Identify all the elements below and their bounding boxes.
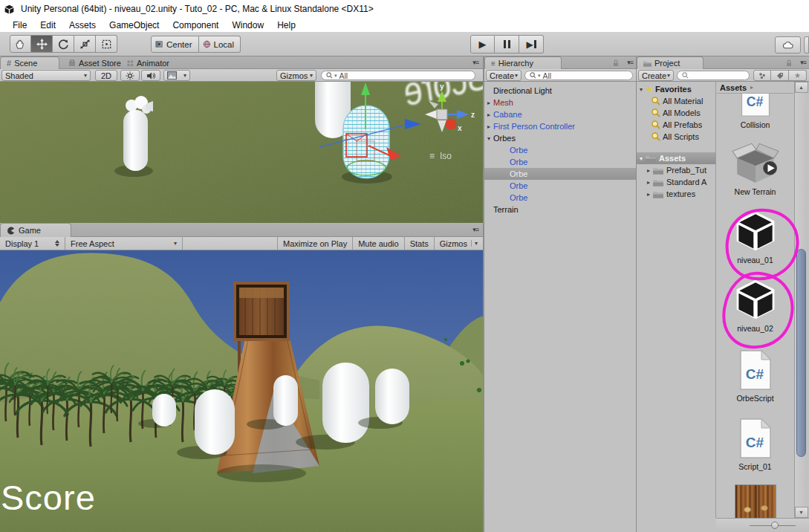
favorites-filter-button[interactable]: ★ — [789, 70, 807, 81]
tab-asset-store[interactable]: Asset Store — [62, 56, 127, 69]
cloud-icon — [782, 41, 793, 49]
scene-gizmos-dropdown[interactable]: Gizmos▾ — [276, 70, 316, 81]
display-dropdown[interactable]: Display 1 — [0, 237, 65, 250]
tab-scene[interactable]: # Scene — [0, 56, 59, 69]
hierarchy-item-orbes[interactable]: ▾Orbes — [484, 132, 636, 144]
favorites-all-materials[interactable]: All Material — [637, 95, 715, 107]
scene-search-input[interactable]: ▾ All — [321, 71, 475, 80]
scroll-up-button[interactable]: ▲ — [795, 82, 808, 93]
asset-script-01[interactable]: Script_01 — [717, 418, 793, 471]
hierarchy-panel-menu-icon[interactable]: ▾≡ — [627, 59, 633, 66]
project-create-button[interactable]: Create▾ — [638, 70, 674, 81]
play-button[interactable]: ▶ — [470, 35, 495, 53]
main-toolbar: Center Local ▶ ▶ — [0, 32, 809, 56]
cloud-services-button[interactable] — [775, 36, 801, 53]
favorites-all-models[interactable]: All Models — [637, 107, 715, 119]
scene-toolbar: Shaded▾ 2D ▾ Gizmos▾ ▾ All — [0, 69, 483, 82]
hierarchy-create-button[interactable]: Create▾ — [486, 70, 522, 81]
pivot-center-button[interactable]: Center — [151, 36, 199, 53]
folder-standard-assets[interactable]: ▸Standard A — [637, 176, 715, 188]
folder-prefab-tut[interactable]: ▸Prefab_Tut — [637, 164, 715, 176]
hierarchy-item-terrain[interactable]: Terrain — [484, 204, 636, 215]
thumbnail-size-slider-knob[interactable] — [771, 522, 779, 529]
menu-gameobject[interactable]: GameObject — [103, 20, 166, 30]
project-scrollbar[interactable]: ▲ ▼ — [794, 82, 808, 518]
hierarchy-search-input[interactable]: ▾ All — [524, 71, 633, 80]
hierarchy-item-cabane[interactable]: ▸Cabane — [484, 108, 636, 120]
pivot-local-button[interactable]: Local — [199, 36, 241, 53]
hierarchy-item-orbe-3-selected[interactable]: Orbe — [484, 168, 636, 180]
scene-panel-menu-icon[interactable]: ▾≡ — [472, 59, 478, 66]
hierarchy-item-mesh[interactable]: ▸Mesh — [484, 97, 636, 108]
rotate-tool-button[interactable] — [53, 35, 74, 53]
animator-tab-label: Animator — [137, 59, 169, 68]
tag-icon — [776, 72, 784, 80]
collapse-arrow[interactable]: ▾ — [484, 135, 493, 142]
search-by-type-button[interactable] — [753, 70, 771, 81]
scale-tool-button[interactable] — [74, 35, 96, 53]
menu-component[interactable]: Component — [166, 20, 225, 30]
asset-niveau-02[interactable]: niveau_02 — [717, 278, 793, 333]
expand-arrow[interactable]: ▸ — [484, 123, 493, 130]
menu-window[interactable]: Window — [225, 20, 270, 30]
menu-edit[interactable]: Edit — [33, 20, 62, 30]
asset-niveau-01[interactable]: niveau_01 — [717, 210, 793, 265]
scene-lighting-toggle[interactable] — [120, 70, 140, 81]
menu-help[interactable]: Help — [270, 20, 302, 30]
lock-icon[interactable] — [785, 59, 793, 67]
scene-projection-label[interactable]: ≡ Iso — [429, 151, 452, 161]
tab-hierarchy[interactable]: ≡ Hierarchy — [484, 56, 562, 69]
assets-root-selected[interactable]: ▾ Assets — [637, 152, 715, 164]
game-gizmos-dropdown[interactable]: Gizmos▾ — [435, 237, 483, 250]
expand-arrow[interactable]: ▸ — [484, 111, 493, 118]
favorites-all-scripts[interactable]: All Scripts — [637, 131, 715, 143]
hierarchy-item-orbe-4[interactable]: Orbe — [484, 180, 636, 192]
project-panel-menu-icon[interactable]: ▾≡ — [800, 59, 806, 66]
scene-viewport[interactable]: Score — [0, 82, 483, 223]
rect-tool-button[interactable] — [96, 35, 117, 53]
game-panel-menu-icon[interactable]: ▾≡ — [472, 226, 478, 233]
hierarchy-item-directional-light[interactable]: Directional Light — [484, 85, 636, 97]
project-scrollbar-thumb[interactable] — [796, 249, 806, 457]
asset-orbescript[interactable]: OrbeScript — [717, 349, 793, 403]
tab-animator[interactable]: Animator — [120, 56, 175, 69]
breadcrumb-assets[interactable]: Assets — [720, 83, 747, 92]
shading-mode-dropdown[interactable]: Shaded▾ — [1, 70, 91, 81]
layers-button-partial[interactable] — [804, 36, 809, 53]
asset-new-terrain[interactable]: New Terrain — [717, 138, 793, 196]
toggle-2d-button[interactable]: 2D — [95, 70, 117, 81]
csharp-file-icon — [737, 349, 774, 391]
mute-audio-button[interactable]: Mute audio — [353, 237, 404, 250]
search-by-label-button[interactable] — [771, 70, 789, 81]
lock-icon[interactable] — [612, 59, 620, 67]
tab-game[interactable]: Game — [0, 223, 71, 237]
project-search-input[interactable] — [677, 71, 750, 80]
menu-file[interactable]: File — [6, 20, 33, 30]
step-icon: ▶ — [526, 40, 536, 49]
folder-textures[interactable]: ▸textures — [637, 188, 715, 200]
hand-tool-button[interactable] — [10, 35, 31, 53]
game-viewport[interactable]: Score — [0, 250, 483, 532]
scroll-down-button[interactable]: ▼ — [795, 507, 808, 518]
maximize-on-play-button[interactable]: Maximize on Play — [277, 237, 353, 250]
tab-project[interactable]: Project — [637, 56, 704, 69]
pause-button[interactable] — [495, 35, 519, 53]
hierarchy-item-orbe-1[interactable]: Orbe — [484, 144, 636, 156]
scene-audio-toggle[interactable] — [141, 70, 160, 81]
hierarchy-item-orbe-2[interactable]: Orbe — [484, 156, 636, 168]
step-button[interactable]: ▶ — [519, 35, 544, 53]
hierarchy-item-orbe-5[interactable]: Orbe — [484, 192, 636, 204]
favorites-root[interactable]: ▾ ★ Favorites — [637, 83, 715, 95]
hierarchy-item-first-person-controller[interactable]: ▸First Person Controller — [484, 120, 636, 132]
menu-assets[interactable]: Assets — [62, 20, 103, 30]
scene-effects-dropdown[interactable]: ▾ — [163, 70, 190, 81]
move-tool-button[interactable] — [31, 35, 53, 53]
csharp-file-icon — [737, 418, 774, 459]
expand-arrow[interactable]: ▸ — [484, 100, 493, 106]
search-filter-caret[interactable]: ▾ — [334, 73, 337, 79]
favorites-all-prefabs[interactable]: All Prefabs — [637, 119, 715, 131]
scene-gizmos-label: Gizmos — [280, 71, 308, 80]
stats-button[interactable]: Stats — [405, 237, 435, 250]
aspect-dropdown[interactable]: Free Aspect ▾ — [65, 237, 183, 250]
asset-wood-texture[interactable] — [717, 484, 793, 518]
